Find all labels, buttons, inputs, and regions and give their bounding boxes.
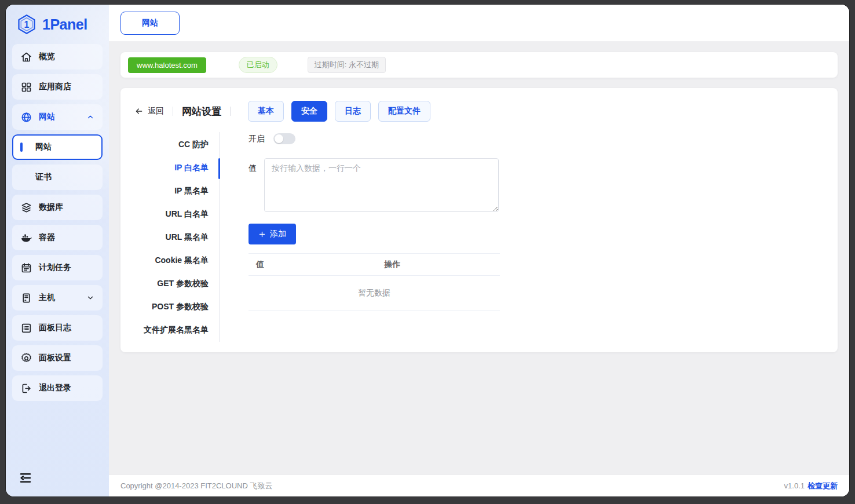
column-header-action: 操作 bbox=[384, 260, 500, 270]
table-empty-state: 暂无数据 bbox=[249, 276, 500, 311]
plus-icon bbox=[258, 231, 266, 238]
globe-icon bbox=[20, 111, 32, 123]
sidebar-subitem-label: 证书 bbox=[35, 172, 52, 182]
settings-tabs: 基本 安全 日志 配置文件 bbox=[248, 101, 430, 122]
tab-website[interactable]: 网站 bbox=[120, 12, 180, 35]
whitelist-table: 值 操作 暂无数据 bbox=[249, 253, 500, 311]
expire-badge: 过期时间: 永不过期 bbox=[308, 57, 386, 73]
add-label: 添加 bbox=[270, 229, 286, 239]
tab-config-file[interactable]: 配置文件 bbox=[378, 101, 430, 122]
menu-item-cookie-blacklist[interactable]: Cookie 黑名单 bbox=[134, 249, 219, 272]
sidebar-item-app-store[interactable]: 应用商店 bbox=[12, 74, 103, 100]
sidebar-item-overview[interactable]: 概览 bbox=[12, 44, 103, 70]
page-title: 网站设置 bbox=[182, 105, 221, 118]
security-menu: CC 防护 IP 白名单 IP 黑名单 URL 白名单 URL 黑名单 Cook… bbox=[134, 132, 220, 342]
enable-label: 开启 bbox=[249, 134, 265, 144]
table-header-row: 值 操作 bbox=[249, 253, 500, 276]
settings-header: 返回 网站设置 基本 安全 日志 配置文件 bbox=[134, 101, 824, 122]
menu-item-file-ext-blacklist[interactable]: 文件扩展名黑名单 bbox=[134, 319, 219, 342]
back-label: 返回 bbox=[148, 106, 164, 116]
tab-logs[interactable]: 日志 bbox=[335, 101, 371, 122]
sidebar-item-database[interactable]: 数据库 bbox=[12, 195, 103, 220]
sidebar-item-cron-jobs[interactable]: 计划任务 bbox=[12, 255, 103, 280]
menu-item-url-blacklist[interactable]: URL 黑名单 bbox=[134, 226, 219, 249]
active-marker-icon bbox=[20, 143, 23, 152]
docker-whale-icon bbox=[20, 232, 32, 244]
sidebar-item-panel-settings[interactable]: 面板设置 bbox=[12, 345, 103, 371]
top-tab-bar: 网站 bbox=[109, 5, 849, 42]
app-window: 1 1Panel 概览 bbox=[6, 5, 849, 496]
toggle-knob bbox=[275, 134, 283, 143]
ip-whitelist-form: 开启 值 添加 bbox=[220, 132, 824, 342]
menu-item-ip-blacklist[interactable]: IP 黑名单 bbox=[134, 180, 219, 203]
host-server-icon bbox=[20, 292, 32, 304]
sidebar-item-logout[interactable]: 退出登录 bbox=[12, 375, 103, 401]
sidebar-item-label: 数据库 bbox=[39, 202, 63, 213]
domain-badge[interactable]: www.halotest.com bbox=[128, 57, 206, 73]
gear-icon bbox=[20, 352, 32, 364]
sidebar-item-label: 应用商店 bbox=[39, 82, 71, 92]
sidebar-item-label: 退出登录 bbox=[39, 383, 71, 393]
brand-name: 1Panel bbox=[42, 16, 87, 33]
sidebar-item-label: 网站 bbox=[39, 112, 55, 122]
menu-item-cc-protection[interactable]: CC 防护 bbox=[134, 133, 219, 156]
footer: Copyright @2014-2023 FIT2CLOUND 飞致云 v1.0… bbox=[109, 474, 849, 496]
copyright-text: Copyright @2014-2023 FIT2CLOUND 飞致云 bbox=[120, 481, 272, 491]
website-settings-panel: 返回 网站设置 基本 安全 日志 配置文件 CC 防护 IP 白 bbox=[120, 88, 838, 352]
sidebar-subitem-label: 网站 bbox=[35, 142, 52, 152]
chevron-down-icon bbox=[86, 294, 94, 302]
sidebar-nav: 概览 应用商店 网 bbox=[6, 42, 109, 401]
database-layers-icon bbox=[20, 202, 32, 214]
sidebar-item-label: 容器 bbox=[39, 232, 55, 243]
menu-item-get-validation[interactable]: GET 参数校验 bbox=[134, 272, 219, 295]
value-textarea[interactable] bbox=[264, 158, 499, 212]
logo-hexagon-icon: 1 bbox=[16, 14, 37, 35]
back-button[interactable]: 返回 bbox=[134, 106, 164, 116]
sidebar-subitem-certificates[interactable]: 证书 bbox=[12, 165, 103, 190]
sidebar-item-panel-logs[interactable]: 面板日志 bbox=[12, 315, 103, 341]
value-label: 值 bbox=[249, 158, 257, 174]
sidebar-item-label: 面板日志 bbox=[39, 323, 71, 333]
enable-toggle[interactable] bbox=[273, 133, 295, 144]
sidebar-item-label: 概览 bbox=[39, 52, 55, 62]
sidebar-subitem-website[interactable]: 网站 bbox=[12, 134, 103, 160]
apps-grid-icon bbox=[20, 81, 32, 93]
sidebar-item-label: 面板设置 bbox=[39, 353, 71, 363]
column-header-value: 值 bbox=[249, 260, 384, 270]
menu-item-post-validation[interactable]: POST 参数校验 bbox=[134, 295, 219, 319]
chevron-up-icon bbox=[86, 113, 94, 121]
settings-body: CC 防护 IP 白名单 IP 黑名单 URL 白名单 URL 黑名单 Cook… bbox=[134, 132, 824, 342]
sidebar-footer bbox=[6, 464, 109, 496]
site-info-bar: www.halotest.com 已启动 过期时间: 永不过期 bbox=[120, 52, 838, 78]
check-update-link[interactable]: 检查更新 bbox=[808, 481, 838, 491]
sidebar-item-label: 主机 bbox=[39, 293, 55, 303]
app-logo: 1 1Panel bbox=[6, 5, 109, 42]
status-badge: 已启动 bbox=[239, 57, 277, 73]
log-list-icon bbox=[20, 322, 32, 334]
active-menu-indicator bbox=[218, 158, 220, 179]
sidebar-item-label: 计划任务 bbox=[39, 262, 71, 273]
tab-security[interactable]: 安全 bbox=[291, 101, 327, 122]
sidebar: 1 1Panel 概览 bbox=[6, 5, 109, 496]
menu-item-ip-whitelist[interactable]: IP 白名单 bbox=[134, 156, 219, 180]
arrow-left-icon bbox=[134, 107, 144, 116]
menu-item-url-whitelist[interactable]: URL 白名单 bbox=[134, 203, 219, 226]
footer-version-area: v1.0.1 检查更新 bbox=[784, 481, 838, 491]
add-button[interactable]: 添加 bbox=[249, 224, 296, 244]
enable-row: 开启 bbox=[249, 133, 824, 144]
value-row: 值 bbox=[249, 158, 824, 212]
calendar-icon bbox=[20, 262, 32, 274]
divider bbox=[230, 107, 231, 116]
home-icon bbox=[20, 51, 32, 63]
sidebar-item-website[interactable]: 网站 bbox=[12, 104, 103, 130]
tab-basic[interactable]: 基本 bbox=[248, 101, 284, 122]
version-text: v1.0.1 bbox=[784, 481, 805, 490]
divider bbox=[173, 107, 173, 116]
logout-icon bbox=[20, 382, 32, 395]
sidebar-item-containers[interactable]: 容器 bbox=[12, 225, 103, 250]
collapse-sidebar-icon[interactable] bbox=[19, 471, 32, 485]
sidebar-item-host[interactable]: 主机 bbox=[12, 285, 103, 311]
main-area: 网站 www.halotest.com 已启动 过期时间: 永不过期 返 bbox=[109, 5, 849, 496]
svg-text:1: 1 bbox=[24, 20, 30, 30]
content-area: www.halotest.com 已启动 过期时间: 永不过期 返回 bbox=[109, 42, 849, 474]
